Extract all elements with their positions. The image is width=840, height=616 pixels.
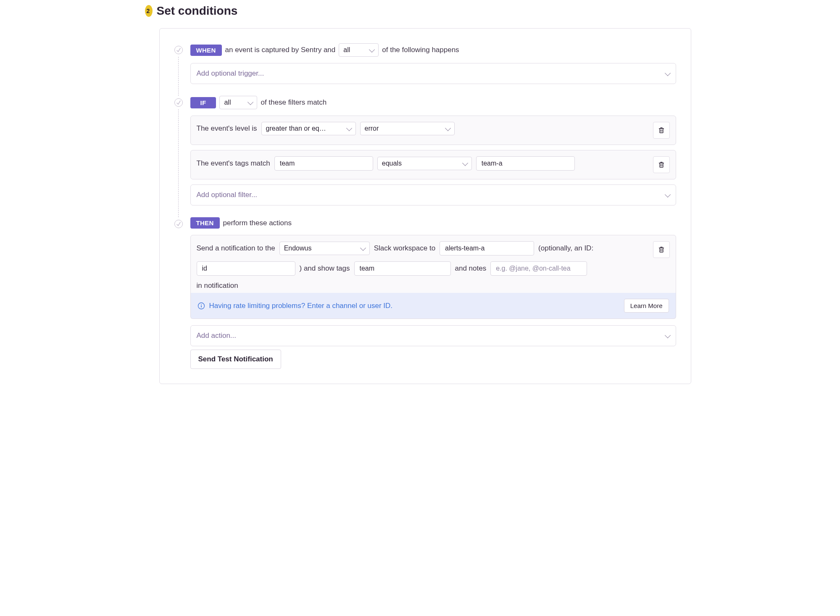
chevron-down-icon <box>369 46 375 52</box>
if-post-text: of these filters match <box>261 98 327 107</box>
chevron-down-icon <box>664 332 670 338</box>
info-text: Having rate limiting problems? Enter a c… <box>209 302 393 310</box>
id-input[interactable] <box>197 261 295 276</box>
add-trigger-row[interactable]: Add optional trigger... <box>190 63 676 84</box>
when-block: WHEN an event is captured by Sentry and … <box>174 43 676 84</box>
learn-more-button[interactable]: Learn More <box>624 299 669 313</box>
chevron-down-icon <box>360 245 366 250</box>
chevron-down-icon <box>664 191 670 197</box>
tag-comparator-select[interactable]: equals <box>377 157 472 170</box>
delete-filter-button[interactable] <box>653 122 670 139</box>
svg-rect-2 <box>201 305 202 307</box>
add-trigger-label: Add optional trigger... <box>197 69 264 78</box>
filter-row-tags: The event's tags match equals <box>190 150 676 179</box>
level-value: error <box>365 125 379 132</box>
page-title: Set conditions <box>157 4 238 18</box>
if-match-select[interactable]: all <box>219 96 257 109</box>
add-action-label: Add action... <box>197 332 237 340</box>
step-circle: 2 <box>145 5 153 17</box>
info-icon <box>197 302 205 310</box>
notes-input[interactable] <box>490 261 587 276</box>
when-match-value: all <box>343 46 350 54</box>
conditions-panel: WHEN an event is captured by Sentry and … <box>159 28 691 384</box>
then-badge: THEN <box>190 217 220 229</box>
level-value-select[interactable]: error <box>360 122 455 135</box>
action-text: Send a notification to the <box>197 244 275 253</box>
then-post-text: perform these actions <box>223 219 292 227</box>
tags-input[interactable] <box>354 261 451 276</box>
workspace-select[interactable]: Endowus <box>279 242 370 255</box>
action-text: ) and show tags <box>300 264 350 273</box>
delete-action-button[interactable] <box>653 241 670 258</box>
if-badge: IF <box>190 97 216 108</box>
step-marker-icon <box>174 46 183 54</box>
step-number: 2 <box>147 8 150 14</box>
tag-key-input[interactable] <box>274 156 373 171</box>
add-filter-row[interactable]: Add optional filter... <box>190 184 676 205</box>
when-pre-text: an event is captured by Sentry and <box>225 46 336 54</box>
chevron-down-icon <box>664 70 670 76</box>
filter-label: The event's level is <box>197 124 257 133</box>
add-action-row[interactable]: Add action... <box>190 325 676 346</box>
when-badge: WHEN <box>190 45 222 56</box>
tag-comparator-value: equals <box>382 160 402 167</box>
level-comparator-value: greater than or eq… <box>266 125 326 132</box>
tag-value-input[interactable] <box>476 156 575 171</box>
action-text: in notification <box>197 282 649 290</box>
filter-label: The event's tags match <box>197 159 270 168</box>
workspace-value: Endowus <box>284 245 312 252</box>
action-text: (optionally, an ID: <box>538 244 593 253</box>
if-match-value: all <box>224 99 231 106</box>
level-comparator-select[interactable]: greater than or eq… <box>261 122 356 135</box>
chevron-down-icon <box>445 125 450 131</box>
chevron-down-icon <box>462 160 468 166</box>
then-block: THEN perform these actions Send a notifi… <box>174 217 676 369</box>
when-match-select[interactable]: all <box>339 43 379 57</box>
chevron-down-icon <box>346 125 352 131</box>
action-text: Slack workspace to <box>374 244 435 253</box>
filter-row-level: The event's level is greater than or eq…… <box>190 116 676 145</box>
svg-point-1 <box>201 304 202 305</box>
action-row-slack: Send a notification to the Endowus Slack… <box>190 235 676 298</box>
send-test-button[interactable]: Send Test Notification <box>190 350 281 369</box>
info-banner: Having rate limiting problems? Enter a c… <box>190 293 676 319</box>
chevron-down-icon <box>248 99 253 105</box>
vertical-line <box>178 57 179 96</box>
if-block: IF all of these filters match The event'… <box>174 96 676 205</box>
delete-filter-button[interactable] <box>653 156 670 173</box>
channel-input[interactable] <box>440 241 534 255</box>
step-marker-icon <box>174 98 183 107</box>
when-post-text: of the following happens <box>382 46 459 54</box>
section-header: 2 Set conditions <box>149 4 691 18</box>
action-text: and notes <box>455 264 487 273</box>
step-marker-icon <box>174 220 183 228</box>
vertical-line <box>178 109 179 217</box>
add-filter-label: Add optional filter... <box>197 191 258 199</box>
